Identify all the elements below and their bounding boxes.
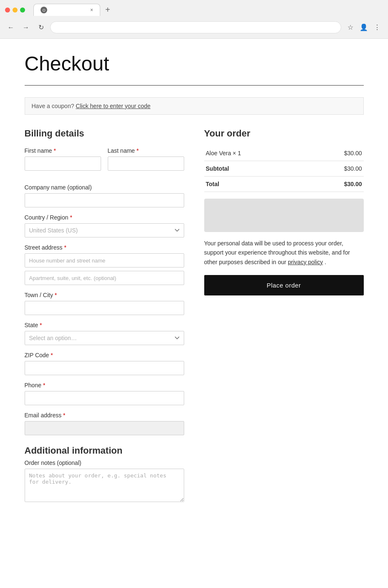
nav-icon-group: ☆ 👤 ⋮	[345, 22, 383, 33]
minimize-traffic-light[interactable]	[13, 8, 18, 13]
street-address-input-1[interactable]	[25, 253, 184, 268]
additional-info-heading: Additional information	[25, 445, 184, 456]
company-name-label: Company name (optional)	[25, 184, 184, 191]
bookmark-icon[interactable]: ☆	[345, 22, 356, 33]
last-name-label: Last name *	[108, 147, 184, 154]
order-table: Aloe Vera × 1 $30.00 Subtotal $30.00 Tot…	[204, 146, 364, 192]
first-name-group: First name *	[25, 147, 101, 171]
coupon-notice: Have a coupon? Click here to enter your …	[25, 97, 364, 115]
last-name-input[interactable]	[108, 156, 184, 171]
state-required: *	[40, 322, 42, 328]
tab-favicon: ⊙	[41, 7, 47, 13]
traffic-lights	[5, 8, 25, 13]
town-city-label: Town / City *	[25, 292, 184, 298]
total-label: Total	[204, 177, 307, 192]
subtotal-value: $30.00	[307, 161, 364, 177]
page-divider	[25, 85, 364, 86]
first-name-label: First name *	[25, 147, 101, 154]
company-name-input[interactable]	[25, 193, 184, 207]
subtotal-label: Subtotal	[204, 161, 307, 177]
coupon-link[interactable]: Click here to enter your code	[76, 103, 150, 109]
state-label: State *	[25, 322, 184, 328]
close-traffic-light[interactable]	[5, 8, 10, 13]
active-tab[interactable]: ⊙ ×	[33, 4, 100, 16]
order-item-row: Aloe Vera × 1 $30.00	[204, 146, 364, 161]
address-bar[interactable]	[50, 21, 341, 33]
subtotal-row: Subtotal $30.00	[204, 161, 364, 177]
place-order-button[interactable]: Place order	[204, 275, 364, 295]
street-address-group: Street address *	[25, 244, 184, 285]
street-address-label: Street address *	[25, 244, 184, 251]
country-label: Country / Region *	[25, 214, 184, 221]
total-value: $30.00	[307, 177, 364, 192]
billing-section: Billing details First name * Last name *	[25, 128, 184, 510]
company-name-group: Company name (optional)	[25, 184, 184, 207]
phone-group: Phone *	[25, 382, 184, 405]
coupon-text: Have a coupon?	[32, 103, 74, 109]
order-heading: Your order	[204, 128, 364, 139]
browser-chrome: ⊙ × + ← → ↻ ☆ 👤 ⋮	[0, 0, 388, 39]
phone-required: *	[43, 382, 45, 389]
state-select[interactable]: Select an option… Alabama Alaska Arizona…	[25, 331, 184, 345]
total-row: Total $30.00	[204, 177, 364, 192]
town-city-input[interactable]	[25, 301, 184, 315]
titlebar: ⊙ × +	[5, 3, 383, 16]
zip-code-required: *	[51, 352, 53, 358]
last-name-required: *	[137, 147, 139, 154]
browser-navbar: ← → ↻ ☆ 👤 ⋮	[5, 20, 383, 35]
street-address-required: *	[64, 244, 66, 251]
first-name-input[interactable]	[25, 156, 101, 171]
country-group: Country / Region * United States (US) Ca…	[25, 214, 184, 237]
refresh-button[interactable]: ↻	[35, 22, 47, 33]
additional-info-section: Additional information Order notes (opti…	[25, 445, 184, 503]
order-item-price: $30.00	[307, 146, 364, 161]
privacy-notice: Your personal data will be used to proce…	[204, 239, 364, 267]
order-notes-label: Order notes (optional)	[25, 459, 184, 466]
email-input[interactable]	[25, 421, 184, 435]
privacy-policy-link[interactable]: privacy policy	[288, 259, 323, 265]
tab-bar: ⊙ × +	[33, 3, 114, 16]
street-address-input-2[interactable]	[25, 271, 184, 285]
phone-input[interactable]	[25, 391, 184, 405]
name-row: First name * Last name *	[25, 147, 184, 177]
zip-code-input[interactable]	[25, 361, 184, 375]
checkout-layout: Billing details First name * Last name *	[25, 128, 364, 510]
forward-button[interactable]: →	[20, 22, 32, 33]
order-notes-group: Order notes (optional)	[25, 459, 184, 503]
profile-icon[interactable]: 👤	[358, 22, 370, 33]
email-group: Email address *	[25, 412, 184, 435]
tab-close-button[interactable]: ×	[90, 7, 93, 13]
order-item-name: Aloe Vera × 1	[204, 146, 307, 161]
country-required: *	[70, 214, 72, 221]
order-notes-textarea[interactable]	[25, 469, 184, 502]
zip-code-group: ZIP Code *	[25, 352, 184, 375]
page-title: Checkout	[25, 52, 364, 75]
menu-icon[interactable]: ⋮	[371, 22, 383, 33]
billing-heading: Billing details	[25, 128, 184, 139]
back-button[interactable]: ←	[5, 22, 17, 33]
zip-code-label: ZIP Code *	[25, 352, 184, 358]
payment-method-placeholder	[204, 199, 364, 232]
last-name-group: Last name *	[108, 147, 184, 171]
email-label: Email address *	[25, 412, 184, 419]
page-content: Checkout Have a coupon? Click here to en…	[15, 39, 374, 523]
country-select[interactable]: United States (US) Canada United Kingdom…	[25, 223, 184, 237]
maximize-traffic-light[interactable]	[20, 8, 25, 13]
email-required: *	[63, 412, 65, 419]
town-city-required: *	[55, 292, 57, 298]
state-group: State * Select an option… Alabama Alaska…	[25, 322, 184, 345]
phone-label: Phone *	[25, 382, 184, 389]
town-city-group: Town / City *	[25, 292, 184, 315]
first-name-required: *	[54, 147, 56, 154]
order-section: Your order Aloe Vera × 1 $30.00 Subtotal…	[204, 128, 364, 295]
new-tab-button[interactable]: +	[102, 3, 114, 16]
